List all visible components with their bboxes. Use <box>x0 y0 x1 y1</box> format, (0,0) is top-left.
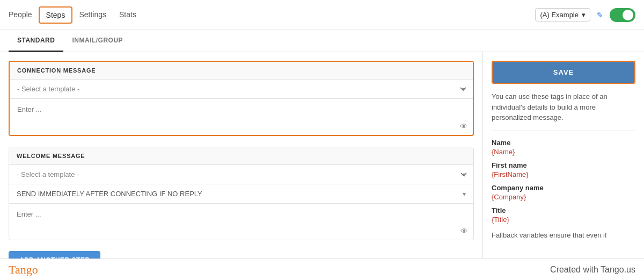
example-label: (A) Example <box>540 11 579 19</box>
tag-firstname: First name {FirstName} <box>492 161 635 178</box>
tango-logo: Tango <box>9 263 38 277</box>
nav-people[interactable]: People <box>9 2 39 29</box>
connection-template-select[interactable]: - Select a template - <box>10 80 473 99</box>
top-nav-right: (A) Example ▾ ✎ <box>535 8 635 22</box>
tag-name-value: {Name} <box>492 148 635 156</box>
chevron-down-icon: ▾ <box>582 11 586 19</box>
send-option-select[interactable]: SEND IMMEDIATELY AFTER CONNECTING IF NO … <box>9 184 473 204</box>
tag-company: Company name {Company} <box>492 184 635 201</box>
footer-text: Created with Tango.us <box>550 265 635 275</box>
footer: Tango Created with Tango.us <box>0 259 644 280</box>
connection-message-section: CONNECTION MESSAGE - Select a template -… <box>9 61 474 136</box>
example-dropdown[interactable]: (A) Example ▾ <box>535 8 590 21</box>
welcome-template-placeholder: - Select a template - <box>17 170 79 178</box>
edit-icon[interactable]: ✎ <box>597 11 603 19</box>
connection-message-textarea[interactable] <box>10 100 473 132</box>
left-panel: CONNECTION MESSAGE - Select a template -… <box>0 52 483 278</box>
welcome-message-textarea[interactable] <box>9 205 473 237</box>
welcome-template-select[interactable]: - Select a template - <box>9 165 473 184</box>
nav-stats[interactable]: Stats <box>113 2 143 29</box>
tabs-row: STANDARD INMAIL/GROUP <box>0 30 644 52</box>
tag-firstname-label: First name <box>492 161 635 169</box>
tag-title: Title {Title} <box>492 206 635 224</box>
nav-settings[interactable]: Settings <box>72 2 113 29</box>
template-select-wrapper: - Select a template - ▾ <box>10 80 473 99</box>
template-placeholder: - Select a template - <box>17 85 79 93</box>
eye-icon-2: 👁 <box>460 227 468 235</box>
info-text: You can use these tags in place of an in… <box>492 91 635 131</box>
save-button[interactable]: SAVE <box>492 61 635 84</box>
tag-company-value: {Company} <box>492 193 635 201</box>
welcome-message-header: WELCOME MESSAGE <box>9 147 473 165</box>
fallback-text: Fallback variables ensure that even if <box>492 230 635 241</box>
nav-steps[interactable]: Steps <box>39 6 73 24</box>
tab-standard[interactable]: STANDARD <box>9 30 63 52</box>
eye-icon: 👁 <box>460 122 467 131</box>
tag-name: Name {Name} <box>492 139 635 156</box>
send-option-label: SEND IMMEDIATELY AFTER CONNECTING IF NO … <box>17 190 202 198</box>
connection-textarea-wrapper: 👁 <box>10 99 473 135</box>
tag-firstname-value: {FirstName} <box>492 170 635 178</box>
send-option-wrapper: SEND IMMEDIATELY AFTER CONNECTING IF NO … <box>9 184 473 204</box>
tag-name-label: Name <box>492 139 635 147</box>
welcome-message-section: WELCOME MESSAGE - Select a template - ▾ … <box>9 147 474 240</box>
main-layout: CONNECTION MESSAGE - Select a template -… <box>0 52 644 278</box>
tag-title-label: Title <box>492 206 635 214</box>
right-panel: SAVE You can use these tags in place of … <box>483 52 644 278</box>
welcome-textarea-wrapper: 👁 <box>9 204 473 240</box>
toggle-switch[interactable] <box>610 8 635 22</box>
tab-inmail-group[interactable]: INMAIL/GROUP <box>63 30 131 52</box>
connection-message-header: CONNECTION MESSAGE <box>10 62 473 80</box>
tag-company-label: Company name <box>492 184 635 192</box>
tag-title-value: {Title} <box>492 216 635 224</box>
welcome-template-select-wrapper: - Select a template - ▾ <box>9 165 473 184</box>
nav-items: People Steps Settings Stats <box>9 2 143 28</box>
top-navigation: People Steps Settings Stats (A) Example … <box>0 0 644 30</box>
